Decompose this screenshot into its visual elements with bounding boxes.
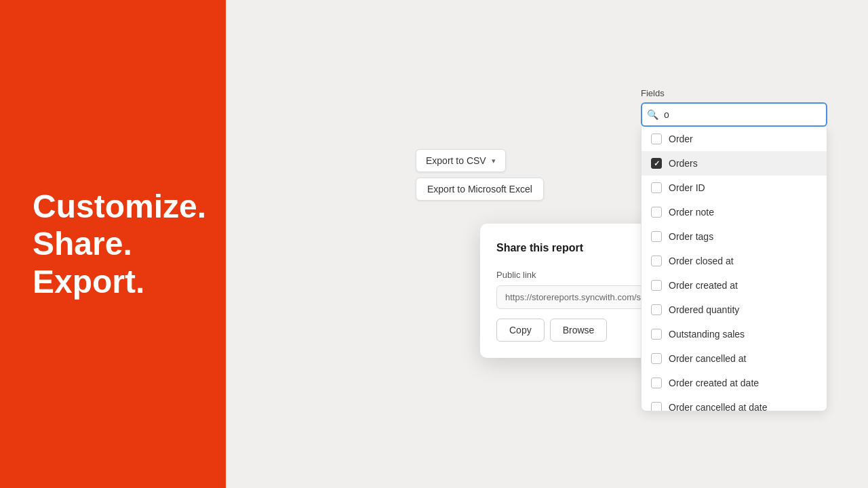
field-checkbox-order — [651, 134, 662, 144]
field-checkbox-order-created-at — [651, 280, 662, 291]
export-csv-label: Export to CSV — [426, 155, 486, 166]
field-label-order-closed-at: Order closed at — [669, 256, 734, 266]
field-checkbox-order-id — [651, 182, 662, 193]
field-checkbox-order-cancelled-at — [651, 353, 662, 364]
field-label-order-tags: Order tags — [669, 231, 713, 242]
field-label-outstanding-sales: Outstanding sales — [669, 329, 745, 340]
field-checkbox-ordered-quantity — [651, 304, 662, 315]
copy-label: Copy — [509, 325, 532, 336]
chevron-down-icon: ▾ — [492, 157, 496, 165]
field-label-order-cancelled-at-date: Order cancelled at date — [669, 402, 768, 411]
field-item-order-id[interactable]: Order ID — [642, 176, 827, 200]
browse-button[interactable]: Browse — [550, 319, 608, 342]
fields-label: Fields — [641, 88, 827, 98]
field-checkbox-order-cancelled-at-date — [651, 402, 662, 411]
field-item-order-note[interactable]: Order note — [642, 200, 827, 224]
field-label-order-id: Order ID — [669, 182, 705, 193]
field-item-order[interactable]: Order — [642, 127, 827, 151]
field-label-order-cancelled-at: Order cancelled at — [669, 353, 746, 364]
fields-search-input[interactable] — [641, 102, 827, 127]
export-excel-button[interactable]: Export to Microsoft Excel — [416, 178, 544, 201]
field-label-ordered-quantity: Ordered quantity — [669, 304, 739, 315]
share-dialog-title: Share this report — [496, 242, 583, 254]
field-label-order-note: Order note — [669, 207, 714, 218]
export-area: Export to CSV ▾ Export to Microsoft Exce… — [416, 149, 544, 201]
fields-list: OrderOrdersOrder IDOrder noteOrder tagsO… — [641, 127, 827, 411]
field-label-order: Order — [669, 134, 693, 144]
left-panel: Customize.Share.Export. — [0, 0, 226, 488]
fields-search-wrapper: 🔍 — [641, 102, 827, 127]
field-checkbox-order-note — [651, 207, 662, 218]
export-csv-button[interactable]: Export to CSV ▾ — [416, 149, 506, 172]
field-item-outstanding-sales[interactable]: Outstanding sales — [642, 322, 827, 346]
field-item-order-created-at-date[interactable]: Order created at date — [642, 371, 827, 395]
field-checkbox-orders — [651, 158, 662, 169]
field-item-order-cancelled-at-date[interactable]: Order cancelled at date — [642, 395, 827, 411]
field-item-order-tags[interactable]: Order tags — [642, 224, 827, 249]
field-item-order-created-at[interactable]: Order created at — [642, 273, 827, 298]
field-checkbox-outstanding-sales — [651, 329, 662, 340]
browse-label: Browse — [563, 325, 595, 336]
field-item-order-cancelled-at[interactable]: Order cancelled at — [642, 346, 827, 371]
field-checkbox-order-tags — [651, 231, 662, 242]
field-label-orders: Orders — [669, 158, 698, 169]
fields-panel: Fields 🔍 OrderOrdersOrder IDOrder noteOr… — [641, 88, 827, 411]
right-panel: Export to CSV ▾ Export to Microsoft Exce… — [226, 0, 868, 488]
field-label-order-created-at-date: Order created at date — [669, 378, 759, 388]
headline: Customize.Share.Export. — [33, 188, 206, 300]
field-item-order-closed-at[interactable]: Order closed at — [642, 249, 827, 273]
field-item-ordered-quantity[interactable]: Ordered quantity — [642, 298, 827, 322]
field-label-order-created-at: Order created at — [669, 280, 738, 291]
export-excel-label: Export to Microsoft Excel — [427, 184, 532, 195]
field-checkbox-order-closed-at — [651, 256, 662, 266]
copy-button[interactable]: Copy — [496, 319, 545, 342]
field-checkbox-order-created-at-date — [651, 378, 662, 388]
field-item-orders[interactable]: Orders — [642, 151, 827, 176]
